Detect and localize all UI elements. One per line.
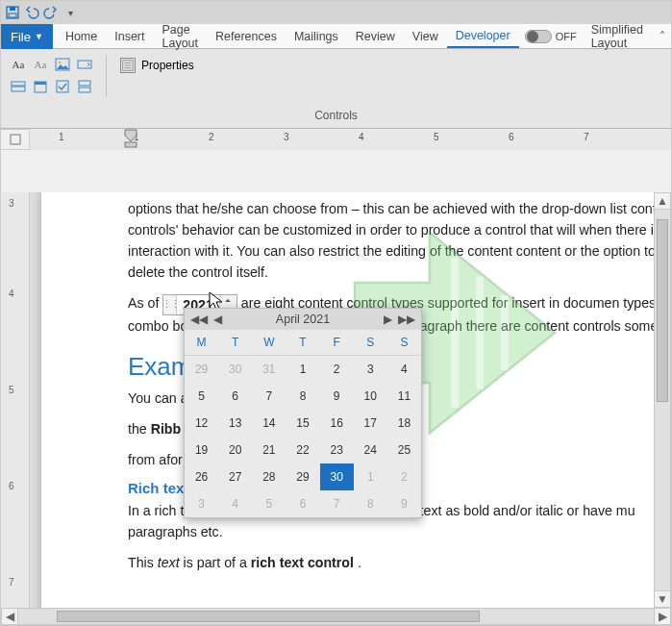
simplified-layout-tab[interactable]: Simplified Layout: [583, 19, 652, 54]
scroll-down-icon[interactable]: ▼: [654, 590, 671, 608]
calendar-day[interactable]: 30: [320, 463, 354, 490]
calendar-prev-year-icon[interactable]: ◀◀: [190, 313, 208, 326]
calendar-title[interactable]: April 2021: [222, 313, 384, 326]
ruler-number: 3: [284, 132, 289, 142]
calendar-day[interactable]: 10: [354, 383, 387, 410]
vscroll-thumb[interactable]: [657, 219, 668, 402]
calendar-day[interactable]: 4: [387, 356, 421, 383]
layout-toggle[interactable]: OFF: [519, 30, 583, 43]
calendar-day[interactable]: 2: [320, 356, 354, 383]
calendar-day[interactable]: 29: [286, 463, 319, 490]
tab-home[interactable]: Home: [57, 26, 106, 47]
tab-view[interactable]: View: [404, 26, 447, 47]
svg-rect-10: [57, 81, 68, 92]
calendar-day[interactable]: 28: [252, 463, 286, 490]
tab-mailings[interactable]: Mailings: [286, 26, 347, 47]
qat-customize-icon[interactable]: ▾: [62, 5, 78, 20]
calendar-day[interactable]: 7: [320, 490, 354, 517]
calendar-day[interactable]: 22: [286, 437, 319, 463]
calendar-day[interactable]: 29: [185, 356, 218, 383]
undo-icon[interactable]: [24, 5, 39, 20]
calendar-day[interactable]: 9: [387, 490, 421, 517]
scroll-left-icon[interactable]: ◀: [1, 608, 18, 625]
calendar-day[interactable]: 19: [185, 437, 218, 463]
calendar-day[interactable]: 8: [286, 383, 319, 410]
text-run: .: [358, 555, 361, 570]
calendar-day[interactable]: 13: [218, 410, 252, 437]
collapse-ribbon-icon[interactable]: ˄: [652, 30, 672, 43]
datepicker-control-button[interactable]: [31, 77, 50, 96]
controls-gallery: Aa Aa: [9, 55, 98, 96]
calendar-day[interactable]: 27: [218, 463, 252, 490]
ribbon-tabbar: File ▼ HomeInsertPage LayoutReferencesMa…: [1, 24, 671, 49]
tab-developer[interactable]: Developer: [447, 25, 519, 48]
calendar-day[interactable]: 15: [286, 410, 319, 437]
calendar-day[interactable]: 9: [320, 383, 354, 410]
vscroll-track[interactable]: [654, 210, 671, 590]
calendar-day[interactable]: 6: [218, 383, 252, 410]
ruler-toggle[interactable]: [1, 129, 30, 150]
tab-insert[interactable]: Insert: [106, 26, 153, 47]
richtext-control-button[interactable]: Aa: [9, 55, 28, 74]
calendar-day[interactable]: 1: [286, 356, 319, 383]
tab-review[interactable]: Review: [347, 26, 404, 47]
hscroll-thumb[interactable]: [57, 611, 480, 622]
hscroll-track[interactable]: [18, 608, 654, 625]
combobox-control-button[interactable]: [75, 55, 94, 74]
calendar-day[interactable]: 20: [218, 437, 252, 463]
chevron-down-icon: ▼: [35, 32, 43, 41]
vertical-scrollbar[interactable]: ▲ ▼: [654, 192, 671, 608]
repeating-control-button[interactable]: [75, 77, 94, 96]
calendar-day[interactable]: 31: [252, 356, 286, 383]
ruler-area: 11234567: [1, 129, 671, 150]
plaintext-control-button[interactable]: Aa: [31, 55, 50, 74]
calendar-next-month-icon[interactable]: ▶: [384, 313, 392, 326]
horizontal-ruler[interactable]: 11234567: [30, 129, 671, 150]
picture-control-button[interactable]: [53, 55, 72, 74]
calendar-day[interactable]: 7: [252, 383, 286, 410]
calendar-day[interactable]: 18: [387, 410, 421, 437]
calendar-day[interactable]: 8: [354, 490, 387, 517]
tab-page-layout[interactable]: Page Layout: [153, 19, 207, 54]
calendar-day[interactable]: 5: [185, 383, 218, 410]
calendar-day[interactable]: 21: [252, 437, 286, 463]
calendar-day[interactable]: 5: [252, 490, 286, 517]
svg-point-4: [59, 62, 62, 64]
scroll-right-icon[interactable]: ▶: [654, 608, 671, 625]
text-run: You can a: [128, 390, 188, 406]
indent-marker-icon[interactable]: [124, 129, 137, 150]
calendar-day[interactable]: 4: [218, 490, 252, 517]
checkbox-control-button[interactable]: [53, 77, 72, 96]
calendar-day[interactable]: 17: [354, 410, 387, 437]
calendar-day[interactable]: 1: [354, 463, 387, 490]
tab-references[interactable]: References: [207, 26, 286, 47]
calendar-day[interactable]: 3: [185, 490, 218, 517]
calendar-day[interactable]: 12: [185, 410, 218, 437]
calendar-day[interactable]: 30: [218, 356, 252, 383]
redo-icon[interactable]: [43, 5, 59, 20]
calendar-day[interactable]: 14: [252, 410, 286, 437]
calendar-dow: T: [286, 330, 319, 356]
vertical-ruler[interactable]: 34567: [1, 192, 30, 608]
calendar-day[interactable]: 26: [185, 463, 218, 490]
horizontal-scrollbar[interactable]: ◀ ▶: [1, 608, 671, 625]
scroll-up-icon[interactable]: ▲: [654, 192, 671, 210]
calendar-day[interactable]: 23: [320, 437, 354, 463]
text-run-italic: text: [158, 555, 180, 570]
calendar-day[interactable]: 24: [354, 437, 387, 463]
save-icon[interactable]: [5, 5, 20, 20]
dropdown-control-button[interactable]: [9, 77, 28, 96]
calendar-day[interactable]: 16: [320, 410, 354, 437]
text-run: As of: [128, 295, 162, 311]
calendar-next-year-icon[interactable]: ▶▶: [398, 313, 415, 326]
file-tab[interactable]: File ▼: [1, 24, 53, 49]
calendar-prev-month-icon[interactable]: ◀: [213, 313, 222, 326]
calendar-day[interactable]: 2: [387, 463, 421, 490]
calendar-day[interactable]: 3: [354, 356, 387, 383]
calendar-day[interactable]: 6: [286, 490, 319, 517]
control-grip-icon[interactable]: ⋮⋮: [163, 295, 177, 314]
calendar-day[interactable]: 25: [387, 437, 421, 463]
vruler-number: 4: [9, 288, 14, 299]
properties-button[interactable]: Properties: [114, 55, 200, 76]
calendar-day[interactable]: 11: [387, 383, 421, 410]
